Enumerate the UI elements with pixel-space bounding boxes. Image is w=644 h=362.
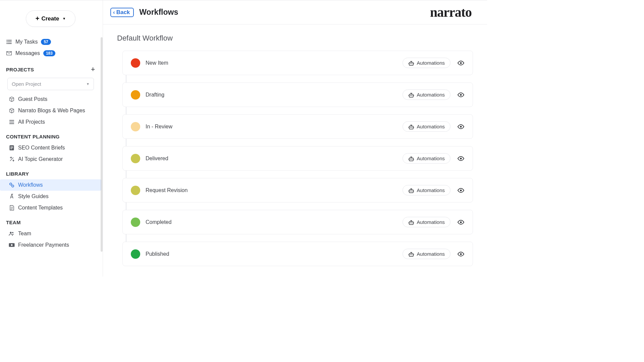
nav-seo-briefs[interactable]: SEO Content Briefs [0, 142, 101, 154]
stage-connector [126, 171, 126, 178]
note-icon [9, 145, 15, 150]
menu-icon [9, 120, 15, 124]
stage-card[interactable]: Request RevisionAutomations [122, 178, 473, 202]
robot-icon [408, 252, 414, 257]
svg-point-11 [460, 62, 462, 64]
stage-color-dot [131, 90, 140, 100]
back-label: Back [116, 9, 130, 16]
nav-content-templates[interactable]: Content Templates [0, 202, 101, 214]
stage-name: New Item [146, 60, 168, 66]
automations-button[interactable]: Automations [402, 249, 450, 259]
svg-point-4 [10, 232, 12, 234]
svg-rect-8 [409, 62, 413, 65]
gears-icon [9, 182, 15, 188]
svg-point-35 [460, 253, 462, 255]
stage-name: In - Review [146, 124, 172, 130]
svg-point-15 [460, 94, 462, 96]
eye-icon[interactable] [457, 93, 465, 97]
stage-connector [126, 139, 126, 146]
stage-connector [126, 75, 126, 82]
messages-badge: 183 [43, 50, 55, 56]
robot-icon [408, 61, 414, 66]
workflow-name: Default Workflow [117, 34, 473, 43]
add-project-icon[interactable]: + [91, 65, 95, 74]
automations-button[interactable]: Automations [402, 153, 450, 164]
svg-point-13 [410, 95, 411, 96]
nav-freelancer-payments[interactable]: Freelancer Payments [0, 239, 101, 251]
stage-connector [126, 234, 126, 242]
svg-point-26 [411, 190, 412, 191]
stage-card[interactable]: In - ReviewAutomations [122, 114, 473, 139]
scrollbar[interactable] [101, 37, 103, 252]
automations-button[interactable]: Automations [402, 58, 450, 68]
stage-name: Drafting [146, 92, 164, 98]
project-label: Guest Posts [18, 96, 47, 102]
nav-style-guides[interactable]: Style Guides [0, 191, 101, 202]
main: ‹ Back Workflows narrato Default Workflo… [103, 0, 487, 277]
create-button[interactable]: + Create ▼ [26, 10, 76, 27]
nav-workflows[interactable]: Workflows [0, 179, 101, 191]
eye-icon[interactable] [457, 220, 465, 225]
eye-icon[interactable] [457, 188, 465, 193]
stage-color-dot [131, 249, 140, 259]
open-project-label: Open Project [12, 81, 41, 87]
svg-point-27 [460, 189, 462, 191]
svg-point-19 [460, 126, 462, 127]
stage-card[interactable]: PublishedAutomations [122, 242, 473, 266]
automations-button[interactable]: Automations [402, 89, 450, 100]
workflows-label: Workflows [18, 182, 43, 188]
stage-name: Request Revision [146, 187, 187, 193]
open-project-select[interactable]: Open Project ▼ [7, 78, 94, 90]
svg-point-2 [10, 183, 12, 185]
page-title: Workflows [139, 8, 178, 17]
svg-point-18 [411, 127, 412, 127]
svg-point-33 [410, 254, 411, 255]
svg-point-3 [12, 185, 14, 187]
automations-button[interactable]: Automations [402, 217, 450, 227]
project-narrato-blogs[interactable]: Narrato Blogs & Web Pages [0, 105, 101, 116]
my-tasks-label: My Tasks [15, 39, 38, 45]
automations-button[interactable]: Automations [402, 185, 450, 195]
freelancer-payments-label: Freelancer Payments [18, 242, 69, 248]
team-header: TEAM [6, 220, 21, 225]
plus-icon: + [36, 15, 40, 22]
svg-point-14 [411, 95, 412, 96]
cube-icon [9, 97, 15, 102]
svg-rect-24 [409, 190, 413, 193]
nav-team[interactable]: Team [0, 228, 101, 239]
eye-icon[interactable] [457, 156, 465, 161]
svg-point-34 [411, 254, 412, 255]
svg-point-31 [460, 221, 462, 223]
project-all[interactable]: All Projects [0, 116, 101, 128]
money-icon [9, 243, 15, 247]
automations-label: Automations [417, 60, 445, 66]
content-planning-header: CONTENT PLANNING [6, 134, 60, 139]
cube-icon [9, 108, 15, 113]
nav-my-tasks[interactable]: My Tasks 57 [0, 36, 101, 48]
svg-point-23 [460, 158, 462, 159]
robot-icon [408, 156, 414, 162]
stage-connector [126, 202, 126, 210]
svg-point-10 [411, 63, 412, 64]
project-guest-posts[interactable]: Guest Posts [0, 94, 101, 105]
automations-button[interactable]: Automations [402, 121, 450, 132]
nav-ai-topic[interactable]: AI Topic Generator [0, 154, 101, 165]
back-button[interactable]: ‹ Back [110, 8, 134, 17]
stage-card[interactable]: DraftingAutomations [122, 82, 473, 107]
svg-point-30 [411, 222, 412, 223]
stage-card[interactable]: CompletedAutomations [122, 210, 473, 234]
stage-color-dot [131, 154, 140, 163]
eye-icon[interactable] [457, 61, 465, 65]
chevron-left-icon: ‹ [113, 9, 115, 16]
stage-card[interactable]: New ItemAutomations [122, 51, 473, 75]
stage-name: Published [146, 251, 169, 257]
eye-icon[interactable] [457, 252, 465, 256]
eye-icon[interactable] [457, 124, 465, 129]
robot-icon [408, 188, 414, 193]
nav-messages[interactable]: Messages 183 [0, 48, 101, 59]
messages-label: Messages [15, 50, 40, 56]
svg-rect-12 [409, 94, 413, 97]
magic-wand-icon [9, 157, 15, 162]
stage-card[interactable]: DeliveredAutomations [122, 146, 473, 171]
stage-color-dot [131, 122, 140, 131]
